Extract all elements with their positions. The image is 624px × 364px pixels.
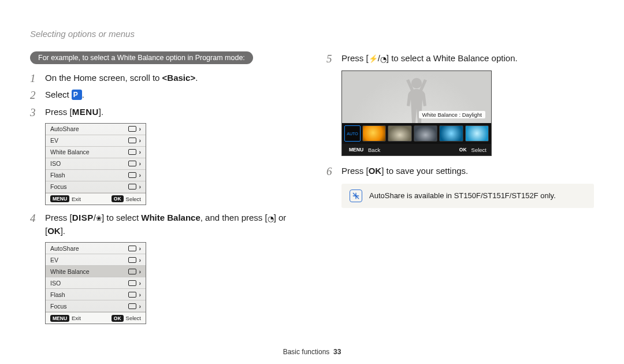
preview-image-area: White Balance : Daylight [342,71,491,123]
macro-icon [96,213,102,222]
chevron-right-icon [139,148,142,155]
wb-icon [128,149,136,155]
step-text: Press [ [45,107,72,117]
step-1: 1 On the Home screen, scroll to <Basic>. [30,71,298,84]
chevron-right-icon [139,280,142,287]
timer-icon [268,213,274,222]
wb-option-auto: AUTO [344,125,361,142]
menu-footer: MENUExit OKSelect [46,312,146,324]
preview-footer: MENUBack OKSelect [342,144,491,155]
chevron-right-icon [139,125,142,132]
chevron-right-icon [139,245,142,252]
example-callout-pill: For example, to select a White Balance o… [30,51,253,64]
page-number: 33 [333,348,341,356]
note-icon [350,190,362,202]
step-number: 2 [30,87,36,103]
step-text: Select [45,90,72,99]
timer-icon [380,53,387,63]
chevron-right-icon [139,268,142,275]
menu-row: EV [46,135,146,147]
ok-btn-box: OK [112,195,124,202]
step-4: 4 Press [DISP/] to select White Balance,… [30,211,298,238]
focus-icon [128,303,136,309]
ok-button-label: OK [369,166,382,176]
focus-icon [128,184,136,190]
menu-row: AutoShare [46,124,146,135]
program-mode-icon [72,90,82,100]
flash-icon [128,172,136,178]
menu-btn-box: MENU [50,315,69,322]
ok-button-label: OK [47,226,61,236]
footer-section: Basic functions [283,348,330,356]
ev-icon [128,138,136,143]
step-2: 2 Select . [30,88,298,101]
steps-list-right: 5 Press [/] to select a White Balance op… [326,51,594,178]
left-column: For example, to select a White Balance o… [30,51,298,330]
menu-row: ISO [46,158,146,170]
wb-tag-label: White Balance : Daylight [419,111,486,118]
menu-btn-box: MENU [347,146,366,153]
wb-option-tungsten [439,125,463,142]
wb-icon [128,269,136,274]
autoshare-icon [128,246,136,251]
camera-preview-screenshot: White Balance : Daylight AUTO MENUBack O… [341,70,492,156]
step-number: 5 [326,50,332,67]
ev-icon [128,257,136,263]
disp-button-label: DISP [72,213,94,222]
right-column: 5 Press [/] to select a White Balance op… [326,51,594,330]
note-text: AutoShare is available in ST150F/ST151F/… [369,191,556,200]
step-3: 3 Press [MENU]. [30,105,298,118]
step-5: 5 Press [/] to select a White Balance op… [326,51,594,65]
menu-row-highlighted: White Balance [46,266,146,277]
step-number: 1 [30,70,36,87]
menu-row: Focus [46,300,146,312]
wb-option-daylight [362,125,386,142]
autoshare-icon [128,126,136,132]
menu-btn-box: MENU [50,195,69,202]
wb-option-fluorescent [465,125,489,142]
step-text: On the Home screen, scroll to [45,73,162,83]
page-footer: Basic functions 33 [0,348,624,356]
chevron-right-icon [139,257,142,263]
iso-icon [128,280,136,286]
camera-menu-screenshot-1: AutoShare EV White Balance ISO Flash Foc… [45,123,146,205]
step-number: 4 [30,210,36,226]
menu-row: Flash [46,289,146,300]
step-number: 6 [326,163,332,180]
steps-list-left: 1 On the Home screen, scroll to <Basic>.… [30,71,298,324]
menu-button-label: MENU [72,105,99,118]
chevron-right-icon [139,160,142,167]
menu-footer: MENUExit OKSelect [46,193,146,205]
chevron-right-icon [139,303,142,310]
flash-icon [369,53,378,63]
wb-option-cloudy [388,125,411,142]
chevron-right-icon [139,183,142,190]
menu-row: White Balance [46,147,146,158]
chevron-right-icon [139,137,142,144]
step-6: 6 Press [OK] to save your settings. [326,164,594,177]
ok-btn-box: OK [112,315,124,322]
menu-row: Focus [46,181,146,193]
step-number: 3 [30,104,36,121]
menu-row: AutoShare [46,243,146,254]
wb-option-strip: AUTO [342,123,491,144]
menu-row: ISO [46,277,146,289]
chevron-right-icon [139,172,142,179]
step-bold: <Basic> [162,73,196,83]
iso-icon [128,161,136,166]
camera-menu-screenshot-2: AutoShare EV White Balance ISO Flash Foc… [45,242,146,324]
ok-btn-box: OK [457,146,469,153]
breadcrumb-section-title: Selecting options or menus [30,29,594,39]
wb-option-cloudy2 [414,125,437,142]
flash-icon [128,292,136,298]
menu-row: Flash [46,170,146,181]
info-note: AutoShare is available in ST150F/ST151F/… [341,184,594,208]
menu-row: EV [46,254,146,266]
chevron-right-icon [139,291,142,298]
